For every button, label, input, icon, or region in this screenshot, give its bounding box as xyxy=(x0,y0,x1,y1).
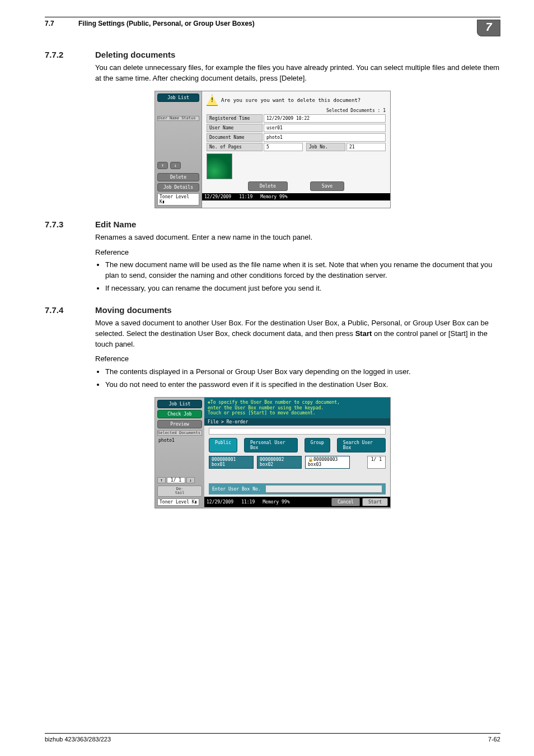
section-number: 7.7.3 xyxy=(45,220,95,229)
section-body: Move a saved document to another User Bo… xyxy=(95,318,500,350)
section-body: Renames a saved document. Enter a new na… xyxy=(95,232,500,243)
selected-doc-name: photo1 xyxy=(157,437,202,444)
box-pager: 1/ 1 xyxy=(367,456,386,469)
reference-label: Reference xyxy=(95,354,500,365)
delete-confirm-screenshot: Job List User Name Status ↑ ↓ Delete Job… xyxy=(154,91,391,208)
page-down-icon[interactable]: ↓ xyxy=(186,477,195,483)
chapter-tab: 7 xyxy=(477,20,500,36)
toner-level: Toner Level K▮ xyxy=(157,193,199,206)
section-title: Moving documents xyxy=(95,305,500,315)
toner-level: Toner Level K▮ xyxy=(157,498,199,506)
footer-model: bizhub 423/363/283/223 xyxy=(45,736,111,743)
arrow-down-icon[interactable]: ↓ xyxy=(170,162,181,169)
user-box-item[interactable]: 000000001box01 xyxy=(209,456,254,469)
status-date: 12/29/2009 xyxy=(207,500,233,505)
check-job-button[interactable]: Check Job xyxy=(157,410,202,418)
reg-time-value: 12/29/2009 10:22 xyxy=(264,114,386,123)
selected-docs-count: : 1 xyxy=(378,108,386,113)
tab-public[interactable]: Public xyxy=(209,438,237,452)
pages-label: No. of Pages xyxy=(207,143,263,151)
doc-name-value: photo1 xyxy=(264,133,386,142)
job-details-button[interactable]: Job Details xyxy=(157,183,199,192)
section-number: 7.7.4 xyxy=(45,305,95,315)
bullet-item: If necessary, you can rename the documen… xyxy=(105,283,500,294)
tab-search-box[interactable]: Search User Box xyxy=(337,438,386,452)
breadcrumb: File > Re-order xyxy=(204,418,390,426)
header-section-title: Filing Settings (Public, Personal, or Gr… xyxy=(78,20,477,27)
user-box-item[interactable]: 000000002box02 xyxy=(257,456,302,469)
side-pager: 1/ 1 xyxy=(167,477,185,483)
section-number: 7.7.2 xyxy=(45,50,95,59)
lock-icon: 🔒 xyxy=(308,457,313,462)
confirm-message: Are you sure you want to delete this doc… xyxy=(221,97,360,103)
page-footer: bizhub 423/363/283/223 7-62 xyxy=(45,733,500,743)
page-up-icon[interactable]: ↑ xyxy=(157,477,166,483)
memory-label: Memory xyxy=(263,500,279,505)
arrow-up-icon[interactable]: ↑ xyxy=(157,162,168,169)
bullet-item: You do not need to enter the password ev… xyxy=(105,380,500,390)
box-display-field xyxy=(209,428,386,435)
preview-button[interactable]: Preview xyxy=(157,420,202,428)
delete-button[interactable]: Delete xyxy=(248,181,288,191)
side-delete-button[interactable]: Delete xyxy=(157,173,199,181)
cancel-button[interactable]: Cancel xyxy=(331,498,360,506)
tab-group[interactable]: Group xyxy=(305,438,330,452)
section-title: Deleting documents xyxy=(95,50,500,59)
detail-button[interactable]: De- tail xyxy=(157,486,202,497)
memory-value: 99% xyxy=(279,194,287,199)
job-no-value: 21 xyxy=(346,143,386,151)
header-section-num: 7.7 xyxy=(45,20,78,27)
user-box-item-selected[interactable]: 🔒000000003box03 xyxy=(305,456,350,469)
user-name-label: User Name xyxy=(207,124,263,132)
bullet-item: The new document name will be used as th… xyxy=(105,260,500,281)
selected-docs-label: Selected Documents xyxy=(326,108,375,113)
footer-page: 7-62 xyxy=(488,736,500,743)
section-title: Edit Name xyxy=(95,220,500,229)
document-thumbnail xyxy=(207,153,232,179)
user-status-label: User Name Status xyxy=(157,116,199,121)
status-date: 12/29/2009 xyxy=(204,194,231,199)
memory-label: Memory xyxy=(260,194,277,199)
job-list-button[interactable]: Job List xyxy=(157,400,202,408)
tab-personal[interactable]: Personal User Box xyxy=(244,438,298,452)
bullet-item: The contents displayed in a Personal or … xyxy=(105,367,500,377)
warning-icon: ! xyxy=(207,95,218,106)
user-box-input[interactable] xyxy=(265,485,382,493)
reg-time-label: Registered Time xyxy=(207,114,263,123)
job-list-button[interactable]: Job List xyxy=(157,94,199,102)
reference-label: Reference xyxy=(95,248,500,258)
save-button[interactable]: Save xyxy=(310,181,344,191)
job-no-label: Job No. xyxy=(306,143,345,151)
page-header: 7.7 Filing Settings (Public, Personal, o… xyxy=(45,20,500,36)
hint-panel: ❖To specify the User Box number to copy … xyxy=(204,398,390,418)
section-body: You can delete unnecessary files, for ex… xyxy=(95,63,500,84)
status-time: 11:19 xyxy=(239,194,252,199)
status-time: 11:19 xyxy=(241,500,255,505)
start-button[interactable]: Start xyxy=(362,498,388,506)
move-document-screenshot: Job List Check Job Preview Selected Docu… xyxy=(154,397,391,508)
pages-value: 5 xyxy=(264,143,303,151)
selected-docs-label: Selected Documents xyxy=(157,430,202,436)
doc-name-label: Document Name xyxy=(207,133,263,142)
enter-box-label: Enter User Box No. xyxy=(212,487,261,492)
memory-value: 99% xyxy=(282,500,289,505)
user-name-value: user01 xyxy=(264,124,386,132)
